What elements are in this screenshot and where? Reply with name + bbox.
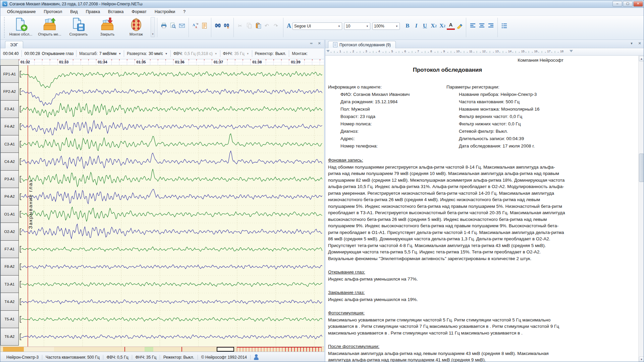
menu-item-обследование[interactable]: Обследование [3, 8, 40, 15]
send-mail-button[interactable] [177, 22, 186, 31]
collapse-panel-icon[interactable]: ≂ [309, 41, 314, 46]
underline-button[interactable]: U [421, 21, 429, 31]
template-button[interactable] [200, 22, 209, 31]
ruler-number: 8 [430, 50, 432, 53]
hpf-combo[interactable]: 0,5 Гц (0,318 с) [184, 51, 213, 56]
chevron-down-icon[interactable]: ▼ [165, 52, 168, 55]
menu-item-вставка[interactable]: Вставка [104, 8, 127, 15]
menu-item-формат[interactable]: Формат [128, 8, 151, 15]
font-color-button[interactable]: A [447, 22, 455, 30]
replace-fonts-button[interactable]: AA [191, 22, 200, 31]
scrollbar-thumb[interactable] [639, 154, 644, 182]
user-icon[interactable] [253, 354, 259, 360]
registration-row: Частота квантования: 500 Гц [446, 98, 567, 106]
channel-label-o2-a2[interactable]: O2-A2 [0, 223, 19, 240]
channel-label-f3-a1[interactable]: F3-A1 [0, 101, 19, 118]
lpf-combo[interactable]: 35 Гц [234, 51, 245, 56]
align-left-button[interactable] [468, 21, 477, 30]
channel-label-p4-a2[interactable]: P4-A2 [0, 188, 19, 205]
channel-label-t6-a2[interactable]: T6-A2 [0, 328, 19, 346]
section-body: Индекс альфа-ритма уменьшился на 19%. [328, 296, 567, 303]
eeg-time-ruler: 01:3201:3301:3401:3501:3601:3701:3801:39 [19, 59, 324, 65]
svg-text:↶: ↶ [265, 23, 269, 28]
tab-eeg[interactable]: ЭЭГ [5, 41, 23, 48]
subscript-button[interactable]: X2 [429, 21, 438, 31]
channel-label-t3-a1[interactable]: T3-A1 [0, 276, 19, 293]
menu-item-[interactable]: ? [179, 8, 190, 15]
toolbar-separator [189, 18, 189, 37]
toolbar-button-montage[interactable]: Монтаж [122, 16, 151, 39]
menu-item-протокол[interactable]: Протокол [40, 8, 66, 15]
channel-label-fp2-a2[interactable]: FP2-A2 [0, 83, 19, 100]
align-left-icon [470, 22, 476, 29]
bullet-list-button[interactable] [500, 21, 509, 30]
toolbar-separator [233, 18, 234, 37]
find-replace-icon: b [224, 22, 230, 30]
find-button[interactable] [213, 22, 222, 31]
print-button[interactable] [159, 22, 168, 31]
protocol-document[interactable]: Компания Нейрософт Протокол обследования… [325, 56, 644, 362]
notch-label: Режектор: [255, 51, 274, 56]
channel-label-c4-a2[interactable]: C4-A2 [0, 153, 19, 170]
menu-item-вид[interactable]: Вид [66, 8, 82, 15]
maximize-button[interactable]: ▢ [623, 1, 633, 7]
toolbar-button-new-exam[interactable]: Новое обсл... [6, 16, 35, 39]
align-right-button[interactable] [486, 21, 495, 30]
toolbar-button-save[interactable]: Сохранить [64, 16, 93, 39]
font-family-combo[interactable]: Segoe UI ▼ [292, 22, 342, 30]
channel-label-f7-a1[interactable]: F7-A1 [0, 241, 19, 258]
sweep-label: Развертка: [127, 51, 147, 56]
toolbar-button-close-exam[interactable]: Закрыть [93, 16, 122, 39]
channel-label-t5-a1[interactable]: T5-A1 [0, 311, 19, 328]
channel-label-fp1-a1[interactable]: FP1-A1 [0, 65, 19, 83]
bold-button[interactable]: B [403, 21, 412, 31]
right-margin-marker[interactable] [570, 50, 573, 52]
align-center-button[interactable] [477, 21, 486, 30]
scroll-up-icon[interactable]: ▲ [639, 56, 644, 61]
scale-combo[interactable]: 7 мкВ/мм [99, 51, 116, 56]
close-panel-icon[interactable]: ✕ [317, 41, 322, 46]
paste-button[interactable] [254, 22, 263, 31]
montage-dropdown-arrow[interactable]: ▾ [151, 17, 155, 37]
print-preview-button[interactable] [168, 22, 177, 31]
tab-protocol[interactable]: Протокол обследования (9) [328, 41, 396, 48]
channel-label-c3-a1[interactable]: C3-A1 [0, 135, 19, 153]
menu-item-настройки[interactable]: Настройки [151, 8, 179, 15]
svg-text:A: A [195, 25, 198, 29]
channel-label-t4-a2[interactable]: T4-A2 [0, 293, 19, 310]
eeg-chart-area[interactable]: 01:3201:3301:3401:3501:3601:3701:3801:39… [0, 59, 324, 347]
close-panel-icon[interactable]: ✕ [637, 41, 642, 46]
find-replace-button[interactable]: b [222, 22, 231, 31]
channel-label-p3-a1[interactable]: P3-A1 [0, 171, 19, 188]
ruler-number: 6 [405, 50, 406, 53]
ruler-number: 2 [353, 50, 354, 53]
menu-item-правка[interactable]: Правка [82, 8, 104, 15]
close-button[interactable]: ✕ [633, 1, 643, 7]
toolbar-drag-handle[interactable] [4, 17, 5, 39]
overview-selection-bracket [217, 347, 234, 352]
registration-row: Дата обследования: 17 июля 2008 г. [446, 142, 567, 150]
chevron-down-icon[interactable]: ▼ [118, 52, 121, 55]
sweep-combo[interactable]: 30 мм/с [149, 51, 163, 56]
channel-label-f8-a2[interactable]: F8-A2 [0, 258, 19, 276]
channel-label-f4-a2[interactable]: F4-A2 [0, 118, 19, 135]
panel-menu-icon[interactable]: ▾ [629, 41, 634, 46]
toolbar-button-open-exam[interactable]: Открыть ме... [35, 16, 64, 39]
minimize-button[interactable]: – [612, 1, 622, 7]
document-title: Протокол обследования [328, 67, 567, 73]
zoom-combo[interactable]: 100% ▼ [372, 22, 400, 30]
document-scrollbar[interactable]: ▲ ▼ [638, 56, 644, 362]
font-size-combo[interactable]: 10 ▼ [344, 22, 370, 30]
chevron-down-icon: ▼ [247, 52, 249, 55]
italic-button[interactable]: I [412, 21, 421, 31]
scroll-down-icon[interactable]: ▼ [639, 357, 644, 362]
ruler-number: 5 [391, 50, 393, 53]
left-margin-marker[interactable] [326, 50, 330, 52]
eeg-traces[interactable]: Закрывание глаз [19, 65, 324, 347]
ruler-number: 11 [469, 50, 472, 53]
channel-label-o1-a1[interactable]: O1-A1 [0, 205, 19, 223]
recording-overview-strip[interactable] [0, 347, 324, 352]
superscript-button[interactable]: X2 [438, 21, 447, 31]
highlighter-button[interactable] [455, 21, 464, 30]
copy-button [245, 22, 254, 31]
